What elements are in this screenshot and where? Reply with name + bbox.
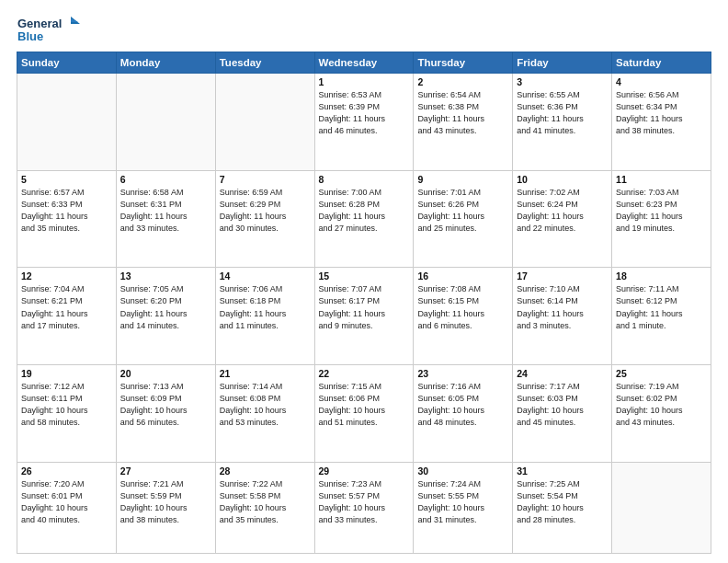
day-number: 20 — [120, 368, 211, 379]
calendar-day: 31Sunrise: 7:25 AM Sunset: 5:54 PM Dayli… — [513, 462, 612, 553]
calendar-week-2: 5Sunrise: 6:57 AM Sunset: 6:33 PM Daylig… — [17, 170, 711, 268]
calendar-day: 17Sunrise: 7:10 AM Sunset: 6:14 PM Dayli… — [513, 268, 612, 365]
calendar-day: 3Sunrise: 6:55 AM Sunset: 6:36 PM Daylig… — [513, 74, 612, 171]
day-number: 21 — [220, 368, 311, 379]
day-number: 30 — [417, 465, 508, 477]
calendar-day: 16Sunrise: 7:08 AM Sunset: 6:15 PM Dayli… — [414, 268, 513, 365]
calendar-day: 8Sunrise: 7:00 AM Sunset: 6:28 PM Daylig… — [314, 170, 414, 268]
day-info: Sunrise: 7:12 AM Sunset: 6:11 PM Dayligh… — [21, 381, 112, 429]
day-number: 2 — [417, 76, 508, 87]
day-info: Sunrise: 6:55 AM Sunset: 6:36 PM Dayligh… — [517, 89, 608, 137]
day-info: Sunrise: 7:13 AM Sunset: 6:09 PM Dayligh… — [120, 381, 211, 429]
calendar-day: 30Sunrise: 7:24 AM Sunset: 5:55 PM Dayli… — [414, 462, 513, 553]
day-number: 23 — [417, 368, 508, 379]
page: General Blue SundayMondayTuesdayWednesda… — [0, 0, 728, 563]
day-number: 31 — [517, 465, 608, 477]
calendar-day: 10Sunrise: 7:02 AM Sunset: 6:24 PM Dayli… — [513, 170, 612, 268]
day-number: 4 — [616, 76, 707, 87]
day-number: 14 — [220, 270, 311, 282]
day-number: 18 — [616, 270, 707, 282]
day-info: Sunrise: 6:58 AM Sunset: 6:31 PM Dayligh… — [120, 187, 211, 235]
calendar-header-wednesday: Wednesday — [314, 52, 414, 74]
day-info: Sunrise: 7:05 AM Sunset: 6:20 PM Dayligh… — [120, 283, 211, 331]
day-number: 27 — [120, 465, 211, 477]
day-number: 26 — [21, 465, 112, 477]
day-info: Sunrise: 7:22 AM Sunset: 5:58 PM Dayligh… — [220, 478, 311, 526]
day-info: Sunrise: 7:20 AM Sunset: 6:01 PM Dayligh… — [21, 478, 112, 526]
day-number: 12 — [21, 270, 112, 282]
day-number: 7 — [220, 174, 311, 185]
day-number: 29 — [319, 465, 410, 477]
svg-text:General: General — [17, 17, 62, 30]
day-number: 13 — [120, 270, 211, 282]
calendar-day: 2Sunrise: 6:54 AM Sunset: 6:38 PM Daylig… — [414, 74, 513, 171]
calendar-day: 7Sunrise: 6:59 AM Sunset: 6:29 PM Daylig… — [215, 170, 314, 268]
calendar-header-sunday: Sunday — [17, 52, 117, 74]
day-info: Sunrise: 7:07 AM Sunset: 6:17 PM Dayligh… — [319, 283, 410, 331]
day-number: 28 — [220, 465, 311, 477]
day-number: 11 — [616, 174, 707, 185]
day-info: Sunrise: 7:21 AM Sunset: 5:59 PM Dayligh… — [120, 478, 211, 526]
day-number: 22 — [319, 368, 410, 379]
logo-icon: General Blue — [17, 15, 81, 44]
day-number: 16 — [417, 270, 508, 282]
calendar-header-thursday: Thursday — [414, 52, 513, 74]
day-info: Sunrise: 7:01 AM Sunset: 6:26 PM Dayligh… — [417, 187, 508, 235]
calendar-table: SundayMondayTuesdayWednesdayThursdayFrid… — [17, 52, 711, 554]
day-info: Sunrise: 7:06 AM Sunset: 6:18 PM Dayligh… — [220, 283, 311, 331]
calendar-day: 22Sunrise: 7:15 AM Sunset: 6:06 PM Dayli… — [314, 365, 414, 463]
day-info: Sunrise: 7:17 AM Sunset: 6:03 PM Dayligh… — [517, 381, 608, 429]
calendar-day: 1Sunrise: 6:53 AM Sunset: 6:39 PM Daylig… — [314, 74, 414, 171]
calendar-week-3: 12Sunrise: 7:04 AM Sunset: 6:21 PM Dayli… — [17, 268, 711, 365]
calendar-day — [215, 74, 314, 171]
calendar-day: 18Sunrise: 7:11 AM Sunset: 6:12 PM Dayli… — [612, 268, 711, 365]
day-info: Sunrise: 7:14 AM Sunset: 6:08 PM Dayligh… — [220, 381, 311, 429]
calendar-day: 28Sunrise: 7:22 AM Sunset: 5:58 PM Dayli… — [215, 462, 314, 553]
calendar-day: 23Sunrise: 7:16 AM Sunset: 6:05 PM Dayli… — [414, 365, 513, 463]
day-info: Sunrise: 7:00 AM Sunset: 6:28 PM Dayligh… — [319, 187, 410, 235]
svg-marker-3 — [71, 18, 78, 22]
day-number: 8 — [319, 174, 410, 185]
day-number: 15 — [319, 270, 410, 282]
day-info: Sunrise: 7:19 AM Sunset: 6:02 PM Dayligh… — [616, 381, 707, 429]
calendar-day: 11Sunrise: 7:03 AM Sunset: 6:23 PM Dayli… — [612, 170, 711, 268]
calendar-day — [116, 74, 215, 171]
calendar-day: 26Sunrise: 7:20 AM Sunset: 6:01 PM Dayli… — [17, 462, 117, 553]
day-number: 17 — [517, 270, 608, 282]
svg-text:Blue: Blue — [17, 29, 43, 43]
calendar-day: 19Sunrise: 7:12 AM Sunset: 6:11 PM Dayli… — [17, 365, 117, 463]
day-number: 9 — [417, 174, 508, 185]
calendar-week-1: 1Sunrise: 6:53 AM Sunset: 6:39 PM Daylig… — [17, 74, 711, 171]
day-info: Sunrise: 7:04 AM Sunset: 6:21 PM Dayligh… — [21, 283, 112, 331]
calendar-day: 5Sunrise: 6:57 AM Sunset: 6:33 PM Daylig… — [17, 170, 117, 268]
calendar-day: 13Sunrise: 7:05 AM Sunset: 6:20 PM Dayli… — [116, 268, 215, 365]
day-info: Sunrise: 7:24 AM Sunset: 5:55 PM Dayligh… — [417, 478, 508, 526]
day-info: Sunrise: 7:25 AM Sunset: 5:54 PM Dayligh… — [517, 478, 608, 526]
calendar-day: 27Sunrise: 7:21 AM Sunset: 5:59 PM Dayli… — [116, 462, 215, 553]
day-info: Sunrise: 7:15 AM Sunset: 6:06 PM Dayligh… — [319, 381, 410, 429]
calendar-day: 20Sunrise: 7:13 AM Sunset: 6:09 PM Dayli… — [116, 365, 215, 463]
calendar-header-saturday: Saturday — [612, 52, 711, 74]
calendar-day — [17, 74, 117, 171]
calendar-header-tuesday: Tuesday — [215, 52, 314, 74]
calendar-day: 15Sunrise: 7:07 AM Sunset: 6:17 PM Dayli… — [314, 268, 414, 365]
calendar-day: 4Sunrise: 6:56 AM Sunset: 6:34 PM Daylig… — [612, 74, 711, 171]
day-info: Sunrise: 7:02 AM Sunset: 6:24 PM Dayligh… — [517, 187, 608, 235]
day-info: Sunrise: 6:53 AM Sunset: 6:39 PM Dayligh… — [319, 89, 410, 137]
calendar-day — [612, 462, 711, 553]
calendar-header-row: SundayMondayTuesdayWednesdayThursdayFrid… — [17, 52, 711, 74]
day-info: Sunrise: 7:16 AM Sunset: 6:05 PM Dayligh… — [417, 381, 508, 429]
day-number: 1 — [319, 76, 410, 87]
calendar-week-4: 19Sunrise: 7:12 AM Sunset: 6:11 PM Dayli… — [17, 365, 711, 463]
day-number: 10 — [517, 174, 608, 185]
calendar-day: 24Sunrise: 7:17 AM Sunset: 6:03 PM Dayli… — [513, 365, 612, 463]
day-info: Sunrise: 7:11 AM Sunset: 6:12 PM Dayligh… — [616, 283, 707, 331]
day-number: 5 — [21, 174, 112, 185]
calendar-header-friday: Friday — [513, 52, 612, 74]
header: General Blue — [17, 15, 711, 44]
calendar-day: 6Sunrise: 6:58 AM Sunset: 6:31 PM Daylig… — [116, 170, 215, 268]
day-number: 19 — [21, 368, 112, 379]
day-info: Sunrise: 7:08 AM Sunset: 6:15 PM Dayligh… — [417, 283, 508, 331]
calendar-day: 12Sunrise: 7:04 AM Sunset: 6:21 PM Dayli… — [17, 268, 117, 365]
day-number: 6 — [120, 174, 211, 185]
